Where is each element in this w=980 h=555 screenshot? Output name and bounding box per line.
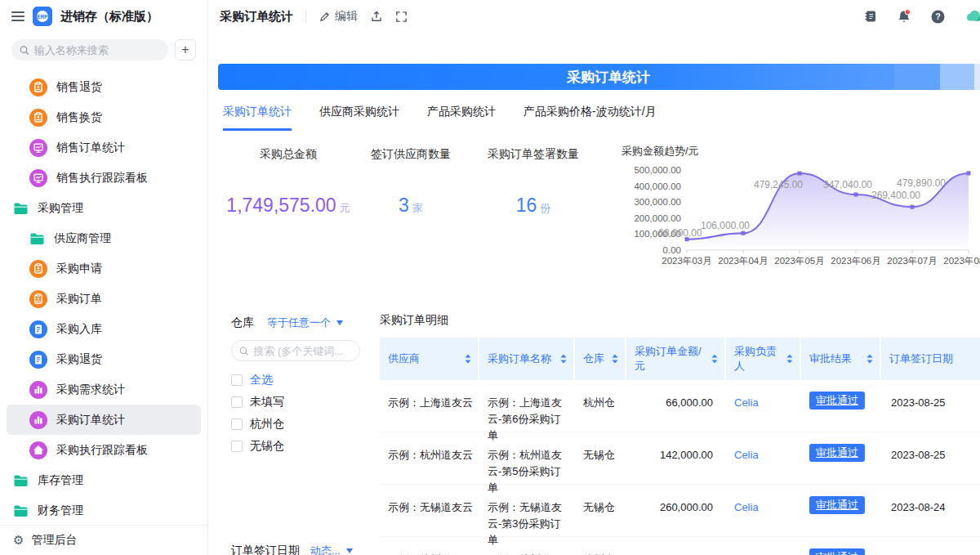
- sidebar-item-label: 销售换货: [56, 110, 102, 125]
- sidebar-item[interactable]: 销售退货: [7, 72, 201, 102]
- column-header[interactable]: 仓库: [575, 338, 626, 380]
- column-header[interactable]: 采购负责人: [726, 338, 801, 380]
- contacts-icon[interactable]: [864, 10, 877, 23]
- app-title: 进销存（标准版）: [60, 9, 158, 25]
- sidebar-item-label: 采购执行跟踪看板: [56, 443, 148, 458]
- help-icon[interactable]: ?: [931, 10, 945, 24]
- warehouse-operator-value: 等于任意一个: [267, 316, 331, 330]
- sidebar-item-label: 采购入库: [56, 322, 102, 337]
- sidebar-item-label: 采购管理: [38, 201, 83, 216]
- approval-status-badge[interactable]: 审批通过: [809, 444, 865, 462]
- checkbox[interactable]: [231, 418, 243, 430]
- edit-button[interactable]: 编辑: [318, 9, 358, 24]
- sidebar-item[interactable]: 采购订单: [7, 284, 201, 314]
- sidebar-item[interactable]: 采购管理: [7, 193, 201, 223]
- checkbox[interactable]: [231, 396, 243, 408]
- approval-status-badge[interactable]: 审批通过: [809, 392, 865, 410]
- sidebar-item[interactable]: 采购申请: [7, 253, 201, 284]
- approval-status-badge[interactable]: 审批通过: [809, 548, 865, 555]
- sidebar-item-admin[interactable]: ⚙ 管理后台: [0, 526, 207, 555]
- banner-decor: [940, 64, 974, 90]
- warehouse-option[interactable]: 无锡仓: [231, 435, 360, 457]
- table-row: 示例：无锡道友云示例：无锡道友云-第3份采购订单无锡仓260,000.00Cel…: [380, 485, 980, 537]
- svg-text:2023年05月: 2023年05月: [774, 256, 824, 266]
- option-label: 杭州仓: [250, 417, 284, 432]
- clipboard-icon: [29, 290, 47, 308]
- fullscreen-icon[interactable]: [395, 11, 408, 23]
- warehouse-operator-dropdown[interactable]: 等于任意一个: [267, 316, 343, 330]
- search-icon: [239, 346, 248, 356]
- table-row: 示例：杭州道友云示例：杭州道友…杭州仓71,000.00Celia审批通过202…: [380, 537, 980, 555]
- sort-icon: [612, 354, 618, 364]
- date-operator-dropdown[interactable]: 动态...: [310, 544, 353, 555]
- date-operator-value: 动态...: [310, 544, 341, 555]
- svg-text:ERP: ERP: [37, 14, 48, 20]
- option-label: 无锡仓: [250, 439, 284, 454]
- hamburger-menu-icon[interactable]: [11, 11, 24, 21]
- clipboard-icon: [29, 78, 47, 96]
- tab[interactable]: 供应商采购统计: [319, 105, 399, 131]
- sidebar-item-label: 采购退货: [56, 352, 102, 367]
- sort-icon: [866, 354, 873, 364]
- topbar: 采购订单统计 编辑: [208, 0, 980, 33]
- sidebar: ERP 进销存（标准版） + 销售退货销售换货销售订单统计销售执行跟踪看板采购管…: [0, 0, 208, 555]
- owner-link[interactable]: Celia: [726, 537, 801, 555]
- checkbox[interactable]: [231, 441, 243, 452]
- warehouse-filter-row: 仓库 等于任意一个: [231, 313, 360, 333]
- checkbox[interactable]: [231, 374, 243, 386]
- sidebar-menu: 销售退货销售换货销售订单统计销售执行跟踪看板采购管理供应商管理采购申请采购订单采…: [0, 67, 207, 525]
- monitor-icon: [29, 139, 47, 157]
- sidebar-item[interactable]: 销售换货: [7, 102, 201, 132]
- sidebar-item[interactable]: 采购入库: [7, 314, 201, 344]
- sidebar-search-input[interactable]: [34, 44, 160, 56]
- warehouse-option[interactable]: 杭州仓: [231, 413, 360, 435]
- stat-unit: 份: [540, 202, 550, 214]
- column-header[interactable]: 供应商: [380, 338, 479, 380]
- sidebar-search[interactable]: [11, 39, 168, 60]
- tab[interactable]: 采购订单统计: [223, 105, 292, 131]
- svg-text:479,245.00: 479,245.00: [754, 179, 803, 190]
- table-row: 示例：杭州道友云示例：杭州道友云-第5份采购订单无锡仓142,000.00Cel…: [380, 432, 980, 485]
- svg-text:106,000.00: 106,000.00: [701, 220, 750, 231]
- topbar-divider: [305, 11, 306, 23]
- column-header[interactable]: 采购订单名称: [479, 338, 575, 380]
- column-header[interactable]: 订单签订日期: [881, 338, 980, 380]
- svg-text:500,000.00: 500,000.00: [634, 165, 681, 175]
- approval-status-badge[interactable]: 审批通过: [809, 496, 865, 514]
- select-all-option[interactable]: 全选: [231, 369, 360, 391]
- column-header[interactable]: 采购订单金额/元: [626, 338, 726, 380]
- svg-text:269,400.00: 269,400.00: [871, 190, 920, 201]
- notification-bell-icon[interactable]: [897, 9, 911, 24]
- stat-block: 签订供应商数量3家: [359, 144, 463, 290]
- option-label: 未填写: [250, 395, 284, 410]
- sidebar-item[interactable]: 采购退货: [7, 344, 201, 374]
- warehouse-search[interactable]: [231, 340, 360, 361]
- warehouse-search-input[interactable]: [253, 345, 352, 357]
- amount-cell: 71,000.00: [626, 537, 726, 555]
- column-header[interactable]: 审批结果: [801, 338, 881, 380]
- sidebar-item[interactable]: 销售订单统计: [7, 132, 201, 163]
- sidebar-item[interactable]: 销售执行跟踪看板: [7, 163, 201, 193]
- sidebar-item[interactable]: 采购执行跟踪看板: [7, 435, 201, 465]
- topbar-right: ?: [864, 7, 980, 25]
- stats-section: 采购总金额1,749,575.00元签订供应商数量3家采购订单签署数量16份采购…: [218, 144, 980, 290]
- add-button[interactable]: +: [175, 39, 196, 60]
- sidebar-item[interactable]: 库存管理: [7, 465, 201, 495]
- sidebar-item[interactable]: 财务管理: [7, 495, 201, 525]
- home-icon: [29, 441, 47, 459]
- sidebar-item[interactable]: 采购需求统计: [7, 374, 201, 405]
- svg-text:347,040.00: 347,040.00: [823, 179, 872, 190]
- column-label: 供应商: [388, 351, 420, 366]
- warehouse-option[interactable]: 未填写: [231, 391, 360, 413]
- tab[interactable]: 产品采购统计: [427, 105, 496, 131]
- warehouse-cell: 杭州仓: [575, 537, 626, 555]
- sidebar-item[interactable]: 采购订单统计: [7, 405, 201, 435]
- share-icon[interactable]: [370, 10, 383, 23]
- folder-icon: [13, 504, 29, 517]
- tab[interactable]: 产品采购价格-波动统计/月: [523, 105, 657, 131]
- warehouse-options: 全选未填写杭州仓无锡仓: [231, 369, 360, 457]
- pencil-icon: [318, 11, 331, 23]
- sidebar-item[interactable]: 供应商管理: [7, 223, 201, 253]
- sidebar-item-label: 财务管理: [38, 504, 83, 518]
- avatar[interactable]: [964, 7, 980, 25]
